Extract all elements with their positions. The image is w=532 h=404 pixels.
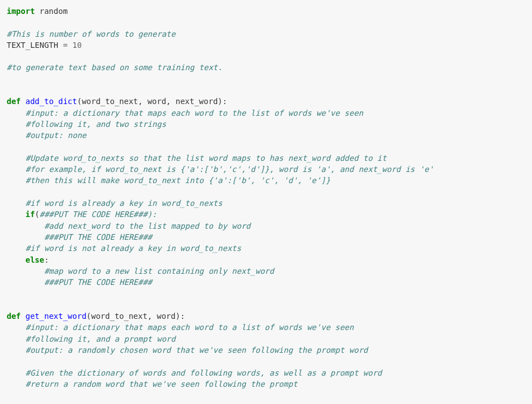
code-token: ###PUT THE CODE HERE### — [44, 233, 152, 242]
code-token — [68, 41, 72, 50]
code-token: #return a random word that we've seen fo… — [26, 380, 298, 388]
code-token: random — [35, 7, 68, 16]
code-token: #to generate text based on some training… — [7, 63, 223, 72]
code-token: def — [7, 312, 21, 321]
code-token — [7, 154, 26, 162]
code-token — [7, 199, 26, 208]
code-token: #following it, and a prompt word — [26, 334, 176, 343]
code-line: #Given the dictionary of words and follo… — [7, 368, 382, 377]
code-line: else: — [7, 255, 49, 264]
code-token — [7, 346, 26, 354]
code-token — [7, 221, 44, 230]
code-token: TEXT_LENGTH — [7, 41, 63, 50]
code-token — [7, 109, 26, 117]
code-line: #to generate text based on some training… — [7, 63, 223, 72]
code-token — [7, 210, 26, 219]
code-token: = — [63, 41, 67, 50]
code-line: #input: a dictionary that maps each word… — [7, 323, 354, 332]
code-line: #output: none — [7, 131, 86, 140]
code-token: def — [7, 97, 21, 106]
code-line: #following it, and a prompt word — [7, 334, 175, 343]
code-line: #map word to a new list containing only … — [7, 267, 274, 275]
code-token: ###PUT THE CODE HERE### — [44, 278, 152, 287]
code-token: #add next_word to the list mapped to by … — [44, 221, 250, 230]
code-token: #following it, and two strings — [26, 120, 166, 129]
code-token: #input: a dictionary that maps each word… — [26, 109, 363, 117]
code-line: TEXT_LENGTH = 10 — [7, 41, 82, 50]
code-line: #return a random word that we've seen fo… — [7, 380, 298, 388]
code-token: #if word is already a key in word_to_nex… — [26, 199, 223, 208]
code-token: get_next_word — [26, 312, 87, 321]
code-token: ( — [35, 210, 40, 219]
code-token: (word_to_next, word, next_word): — [77, 97, 227, 106]
code-line: #add next_word to the list mapped to by … — [7, 221, 250, 230]
code-line: #for example, if word_to_next is {'a':['… — [7, 165, 434, 174]
code-token — [7, 165, 26, 174]
code-token — [7, 255, 26, 264]
code-line: import random — [7, 7, 68, 16]
code-token — [7, 380, 26, 388]
code-line: ###PUT THE CODE HERE### — [7, 278, 152, 287]
code-token: 10 — [72, 41, 82, 50]
code-token: #if word is not already a key in word_to… — [26, 244, 242, 253]
code-token: else — [26, 255, 45, 264]
code-line: #following it, and two strings — [7, 120, 166, 129]
code-token — [7, 334, 26, 343]
code-block: import random #This is number of words t… — [0, 0, 532, 401]
code-token: #for example, if word_to_next is {'a':['… — [26, 165, 434, 174]
code-token: #output: none — [26, 131, 87, 140]
code-token — [7, 278, 44, 287]
code-token: #Update word_to_nexts so that the list w… — [26, 154, 387, 162]
code-token — [21, 97, 25, 106]
code-line: def get_next_word(word_to_next, word): — [7, 312, 185, 321]
code-line: #input: a dictionary that maps each word… — [7, 109, 363, 117]
code-line: #output: a randomly chosen word that we'… — [7, 346, 368, 354]
code-token: import — [7, 7, 35, 16]
code-token: #Given the dictionary of words and follo… — [26, 368, 382, 377]
code-token: (word_to_next, word): — [86, 312, 185, 321]
code-token — [21, 312, 25, 321]
code-token — [7, 368, 26, 377]
code-line: #then this will make word_to_next into {… — [7, 176, 331, 185]
code-token — [7, 120, 26, 129]
code-token: #This is number of words to generate — [7, 29, 175, 38]
code-line: ###PUT THE CODE HERE### — [7, 233, 152, 242]
code-line: #This is number of words to generate — [7, 29, 175, 38]
code-token — [7, 176, 26, 185]
code-token: #then this will make word_to_next into {… — [26, 176, 331, 185]
code-token — [7, 267, 44, 275]
code-token: : — [44, 255, 48, 264]
code-token: #output: a randomly chosen word that we'… — [26, 346, 368, 354]
code-token: #map word to a new list containing only … — [44, 267, 274, 275]
code-line: #Update word_to_nexts so that the list w… — [7, 154, 387, 162]
code-token — [7, 131, 26, 140]
code-token — [7, 323, 26, 332]
code-line: #if word is not already a key in word_to… — [7, 244, 241, 253]
code-token: ###PUT THE CODE HERE###): — [40, 210, 157, 219]
code-token: #input: a dictionary that maps each word… — [26, 323, 354, 332]
code-line: if(###PUT THE CODE HERE###): — [7, 210, 157, 219]
code-token: if — [26, 210, 35, 219]
code-token — [7, 244, 26, 253]
code-token: add_to_dict — [26, 97, 77, 106]
code-line: def add_to_dict(word_to_next, word, next… — [7, 97, 227, 106]
code-token — [7, 233, 44, 242]
code-line: #if word is already a key in word_to_nex… — [7, 199, 223, 208]
